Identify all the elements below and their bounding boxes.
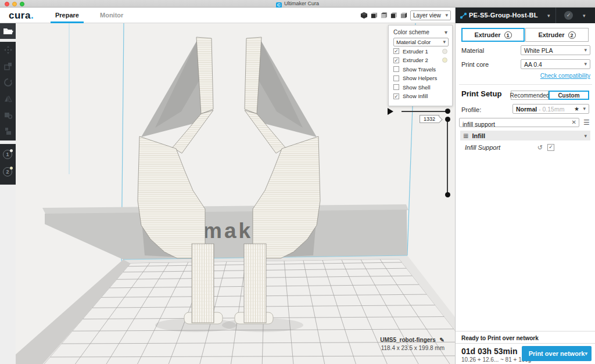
divider xyxy=(459,84,592,85)
extruder-color-swatch xyxy=(442,49,447,54)
layer-view-option-show-travels[interactable]: Show Travels xyxy=(393,65,447,74)
print-setup-title: Print Setup xyxy=(461,89,501,98)
checkbox[interactable] xyxy=(393,93,399,99)
ready-status-text: Ready to Print over network xyxy=(461,335,539,341)
extruder-color-swatch xyxy=(442,57,447,63)
infill-icon: ▦ xyxy=(463,132,468,139)
color-scheme-title: Color scheme xyxy=(393,29,429,35)
chevron-down-icon: ▾ xyxy=(583,13,586,19)
option-label: Show Infill xyxy=(403,93,428,99)
rotate-tool[interactable] xyxy=(0,74,16,91)
extruder-2-select-button[interactable]: 2 xyxy=(3,167,12,176)
chevron-down-icon: ▾ xyxy=(584,133,587,139)
mode-custom-button[interactable]: Custom xyxy=(549,91,589,100)
open-folder-icon xyxy=(0,23,16,39)
layer-view-option-extruder-2[interactable]: Extruder 2 xyxy=(393,56,447,65)
machine-connected-check-icon: ✓ xyxy=(564,11,573,20)
checkbox[interactable] xyxy=(393,75,399,81)
layer-view-option-show-helpers[interactable]: Show Helpers xyxy=(393,74,447,83)
star-icon[interactable]: ★ xyxy=(574,106,579,112)
clear-search-icon[interactable]: ✕ xyxy=(572,119,576,125)
mirror-tool[interactable] xyxy=(0,91,16,107)
extruder-2-number-badge: 2 xyxy=(568,31,576,39)
infill-support-checkbox[interactable] xyxy=(547,144,554,151)
machine-name: PE-S5-Group-Host-BL xyxy=(469,12,538,19)
3d-viewport[interactable]: mak xyxy=(16,23,455,364)
layer-view-option-show-infill[interactable]: Show Infill xyxy=(393,92,447,101)
layer-view-option-show-shell[interactable]: Show Shell xyxy=(393,83,447,92)
option-label: Show Travels xyxy=(403,66,436,73)
layer-slider-track[interactable] xyxy=(447,119,448,194)
checkbox[interactable] xyxy=(393,66,399,72)
tab-extruder-1[interactable]: Extruder 1 xyxy=(461,28,525,42)
profile-label: Profile: xyxy=(461,106,481,113)
rename-pencil-icon[interactable]: ✎ xyxy=(440,337,445,343)
camera-left-view-icon[interactable] xyxy=(390,12,397,19)
color-scheme-dropdown[interactable]: Material Color ▾ xyxy=(393,38,449,46)
layer-slider-bottom-handle[interactable] xyxy=(445,192,450,197)
option-label: Extruder 1 xyxy=(403,48,428,55)
print-core-label: Print core xyxy=(461,61,489,68)
setting-search-box: ✕ xyxy=(459,118,579,127)
window-titlebar: CUltimaker Cura xyxy=(0,0,595,8)
extruder-1-number-badge: 1 xyxy=(504,31,512,39)
model-dimensions: 118.4 x 23.5 x 199.8 mm xyxy=(380,345,445,351)
machine-status-area[interactable]: ✓ ▾ xyxy=(555,8,595,23)
print-core-dropdown[interactable]: AA 0.4▾ xyxy=(521,59,590,69)
view-mode-dropdown[interactable]: Layer view ▾ xyxy=(410,10,451,20)
setting-row-infill-support: Infill Support ↺ xyxy=(460,143,590,152)
option-label: Show Shell xyxy=(403,84,431,91)
layer-view-option-extruder-1[interactable]: Extruder 1 xyxy=(393,47,447,56)
buildplate-logo-text: mak xyxy=(203,219,253,243)
checkbox[interactable] xyxy=(393,48,399,54)
model-name: UMS5_robot-fingers xyxy=(380,337,436,343)
option-label: Show Helpers xyxy=(403,75,437,81)
path-slider-handle[interactable] xyxy=(445,109,450,114)
path-slider-track[interactable] xyxy=(402,111,448,112)
tab-prepare[interactable]: Prepare xyxy=(55,12,79,19)
network-printer-icon xyxy=(460,12,467,19)
camera-top-view-icon[interactable] xyxy=(380,12,388,19)
camera-front-view-icon[interactable] xyxy=(370,12,378,19)
extruder-2-material-dot xyxy=(10,167,13,170)
move-tool[interactable] xyxy=(0,42,16,58)
profile-dropdown[interactable]: Normal - 0.15mm ★ ▾ xyxy=(512,104,589,114)
tab-monitor[interactable]: Monitor xyxy=(100,12,123,19)
check-compatibility-link[interactable]: Check compatibility xyxy=(456,73,590,79)
tab-extruder-2[interactable]: Extruder 2 xyxy=(525,28,589,42)
mesh-type-tool[interactable] xyxy=(0,123,16,139)
camera-right-view-icon[interactable] xyxy=(400,12,407,19)
divider xyxy=(456,331,595,331)
setting-search-input[interactable] xyxy=(460,120,569,128)
section-infill[interactable]: ▦ Infill ▾ xyxy=(460,131,590,140)
per-model-settings-tool[interactable] xyxy=(0,107,16,123)
extruder-1-select-button[interactable]: 1 xyxy=(3,150,12,159)
divider xyxy=(456,343,595,344)
open-file-button[interactable] xyxy=(0,23,16,39)
simulation-play-button[interactable] xyxy=(388,108,393,115)
machine-selector-bar[interactable]: PE-S5-Group-Host-BL ▾ ✓ ▾ xyxy=(456,8,595,23)
color-scheme-panel: Color scheme ▾ Material Color ▾ Extruder… xyxy=(388,25,453,106)
checkbox[interactable] xyxy=(393,57,399,63)
setting-visibility-menu-icon[interactable]: ☰ xyxy=(583,119,590,126)
camera-3d-view-icon[interactable] xyxy=(360,12,368,19)
chevron-down-icon[interactable]: ▾ xyxy=(445,29,447,35)
material-label: Material xyxy=(461,47,484,54)
extruder-1-material-dot xyxy=(10,149,13,152)
print-over-network-button[interactable]: Print over network ▾ xyxy=(522,346,592,361)
model-info: UMS5_robot-fingers ✎ 118.4 x 23.5 x 199.… xyxy=(380,337,445,351)
extruder-select-toolbar: 1 2 xyxy=(0,144,16,185)
chevron-down-icon: ▾ xyxy=(547,13,550,19)
settings-panel: PE-S5-Group-Host-BL ▾ ✓ ▾ Extruder 1 Ext… xyxy=(455,8,595,364)
chevron-down-icon: ▾ xyxy=(585,351,587,356)
material-usage-estimate: 10.26 + 12.6... ~ 81 + 100g xyxy=(461,356,531,363)
app-header: cura. Prepare Monitor Layer view ▾ xyxy=(0,8,455,23)
layer-slider-top-handle[interactable] xyxy=(445,117,450,122)
reset-setting-icon[interactable]: ↺ xyxy=(537,144,543,152)
current-layer-badge: 1332 xyxy=(420,115,439,123)
material-dropdown[interactable]: White PLA▾ xyxy=(521,45,590,55)
scale-tool[interactable] xyxy=(0,58,16,74)
print-time-estimate: 01d 03h 53min xyxy=(461,347,518,356)
mode-recommended-button[interactable]: Recommended xyxy=(511,91,549,100)
checkbox[interactable] xyxy=(393,84,399,90)
